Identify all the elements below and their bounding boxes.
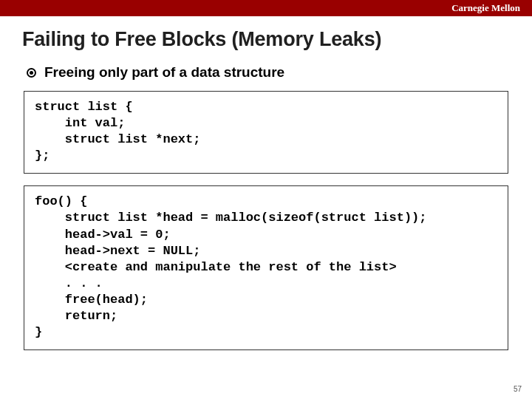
header-bar: Carnegie Mellon [0,0,532,16]
bullet-icon [27,68,36,78]
bullet-text: Freeing only part of a data structure [44,64,284,81]
school-name: Carnegie Mellon [451,2,520,14]
code-struct: struct list { int val; struct list *next… [35,99,497,164]
page-number: 57 [514,385,522,393]
code-box-foo: foo() { struct list *head = malloc(sizeo… [24,185,508,350]
slide-content: Failing to Free Blocks (Memory Leaks) Fr… [0,16,532,350]
bullet-item: Freeing only part of a data structure [27,64,511,81]
code-box-struct: struct list { int val; struct list *next… [24,91,508,174]
code-foo: foo() { struct list *head = malloc(sizeo… [35,194,497,341]
slide-title: Failing to Free Blocks (Memory Leaks) [22,28,511,51]
